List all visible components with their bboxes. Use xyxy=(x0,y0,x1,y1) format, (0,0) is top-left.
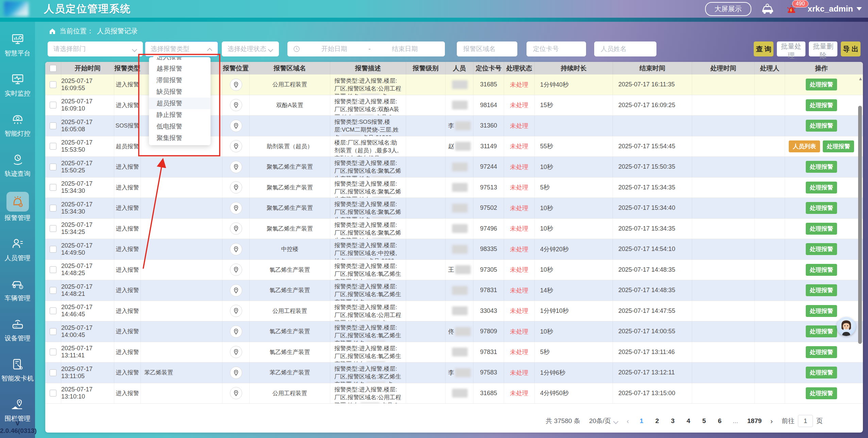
select-all-checkbox[interactable] xyxy=(50,65,56,72)
col-actions[interactable]: 操作 xyxy=(785,62,858,74)
location-pin-button[interactable] xyxy=(230,305,242,317)
row-checkbox[interactable] xyxy=(50,205,56,212)
row-checkbox[interactable] xyxy=(50,349,56,355)
handle-alarm-button[interactable]: 处理报警 xyxy=(806,325,837,337)
sidebar-item-realtime-monitor[interactable]: 实时监控 xyxy=(0,71,35,98)
dropdown-option[interactable]: 超员报警 xyxy=(149,98,211,109)
row-checkbox[interactable] xyxy=(50,102,56,108)
export-button[interactable]: 导 出 xyxy=(841,41,861,56)
dropdown-option[interactable]: 静止报警 xyxy=(149,109,211,121)
row-checkbox[interactable] xyxy=(50,307,56,314)
card-number-field[interactable] xyxy=(527,41,586,56)
handle-alarm-button[interactable]: 处理报警 xyxy=(806,161,837,173)
col-alarm-type[interactable]: 报警类型 xyxy=(114,62,141,74)
col-description[interactable]: 报警描述 xyxy=(330,62,406,74)
row-checkbox[interactable] xyxy=(50,287,56,294)
batch-delete-button[interactable]: 批量删除 xyxy=(809,41,837,56)
sidebar-item-alarm-management[interactable]: 报警管理 xyxy=(0,192,35,222)
col-duration[interactable]: 持续时长 xyxy=(535,62,613,74)
sidebar-item-vehicle-management[interactable]: 车辆管理 xyxy=(0,276,35,303)
location-pin-button[interactable] xyxy=(230,387,242,399)
col-start-time[interactable]: 开始时间 xyxy=(61,62,114,74)
page-ellipsis[interactable]: ... xyxy=(732,417,739,425)
location-pin-button[interactable] xyxy=(230,367,242,379)
scrollbar-up-arrow[interactable]: ▲ xyxy=(858,76,863,81)
handle-alarm-button[interactable]: 处理报警 xyxy=(806,223,837,235)
dropdown-option[interactable]: 缺员报警 xyxy=(149,86,211,98)
sidebar-item-fence-management[interactable]: 围栏管理 xyxy=(0,397,35,423)
handle-alarm-button[interactable]: 处理报警 xyxy=(823,140,854,152)
handle-alarm-button[interactable]: 处理报警 xyxy=(806,346,837,358)
location-pin-button[interactable] xyxy=(230,140,242,152)
table-scrollbar[interactable]: ▲ xyxy=(858,74,862,408)
location-pin-button[interactable] xyxy=(230,202,242,214)
row-checkbox[interactable] xyxy=(50,225,56,232)
page-number[interactable]: 2 xyxy=(653,417,661,425)
big-screen-button[interactable]: 大屏展示 xyxy=(705,2,751,16)
next-page-button[interactable]: › xyxy=(770,417,773,425)
alarm-notifications-icon[interactable]: 490 xyxy=(784,1,799,16)
col-person[interactable]: 人员 xyxy=(446,62,473,74)
handle-alarm-button[interactable]: 处理报警 xyxy=(806,284,837,296)
row-checkbox[interactable] xyxy=(50,266,56,273)
location-pin-button[interactable] xyxy=(230,79,242,91)
handle-alarm-button[interactable]: 处理报警 xyxy=(806,264,837,276)
location-pin-button[interactable] xyxy=(230,181,242,193)
page-size-select[interactable]: 20条/页 xyxy=(589,417,618,425)
page-number[interactable]: 3 xyxy=(669,417,677,425)
sidebar-item-card-dispenser[interactable]: 智能发卡机 xyxy=(0,356,35,383)
page-number[interactable]: 1879 xyxy=(747,417,762,425)
col-process-status[interactable]: 处理状态 xyxy=(504,62,535,74)
col-area-name[interactable]: 报警区域名 xyxy=(250,62,330,74)
col-process-time[interactable]: 处理时间 xyxy=(692,62,755,74)
dropdown-option[interactable]: 聚集报警 xyxy=(149,132,211,144)
row-checkbox[interactable] xyxy=(50,246,56,253)
location-pin-button[interactable] xyxy=(230,120,242,132)
row-checkbox[interactable] xyxy=(50,143,56,150)
col-alarm-position[interactable]: 报警位置 xyxy=(222,62,250,74)
location-pin-button[interactable] xyxy=(230,99,242,111)
person-name-input[interactable] xyxy=(600,45,651,53)
col-processor[interactable]: 处理人 xyxy=(755,62,785,74)
handle-alarm-button[interactable]: 处理报警 xyxy=(806,120,837,132)
row-checkbox[interactable] xyxy=(50,369,56,376)
person-name-field[interactable] xyxy=(594,41,656,56)
page-number[interactable]: 5 xyxy=(700,417,708,425)
location-pin-button[interactable] xyxy=(230,161,242,173)
row-checkbox[interactable] xyxy=(50,81,56,88)
handle-alarm-button[interactable]: 处理报警 xyxy=(806,243,837,255)
handle-alarm-button[interactable]: 处理报警 xyxy=(806,367,837,378)
department-select[interactable]: 请选择部门 xyxy=(48,41,143,56)
location-pin-button[interactable] xyxy=(230,243,242,255)
dropdown-option[interactable]: 越界报警 xyxy=(149,63,211,74)
sidebar-item-device-management[interactable]: 设备管理 xyxy=(0,316,35,343)
search-button[interactable]: 查 询 xyxy=(754,41,773,56)
dropdown-option[interactable]: 低电报警 xyxy=(149,121,211,132)
alarm-area-input[interactable] xyxy=(463,45,512,53)
sidebar-item-track-query[interactable]: 轨迹查询 xyxy=(0,152,35,178)
row-checkbox[interactable] xyxy=(50,184,56,191)
col-end-time[interactable]: 结束时间 xyxy=(613,62,692,74)
card-number-input[interactable] xyxy=(532,45,580,53)
handle-alarm-button[interactable]: 处理报警 xyxy=(806,99,837,111)
dropdown-option[interactable]: 进入报警 xyxy=(149,57,211,63)
assistant-avatar[interactable] xyxy=(837,317,856,336)
row-checkbox[interactable] xyxy=(50,390,56,397)
handle-alarm-button[interactable]: 处理报警 xyxy=(806,387,837,399)
sidebar-item-personnel-management[interactable]: 人员管理 xyxy=(0,236,35,263)
handle-alarm-button[interactable]: 处理报警 xyxy=(806,79,837,90)
prev-page-button[interactable]: ‹ xyxy=(627,417,629,425)
page-number[interactable]: 6 xyxy=(716,417,723,425)
row-checkbox[interactable] xyxy=(50,328,56,335)
location-pin-button[interactable] xyxy=(230,284,242,297)
handle-alarm-button[interactable]: 处理报警 xyxy=(806,305,837,317)
handle-alarm-button[interactable]: 处理报警 xyxy=(806,202,837,214)
location-pin-button[interactable] xyxy=(230,264,242,276)
scrollbar-thumb[interactable] xyxy=(858,106,862,344)
location-pin-button[interactable] xyxy=(230,222,242,235)
page-number[interactable]: 1 xyxy=(638,417,645,425)
location-pin-button[interactable] xyxy=(230,325,242,338)
col-card-number[interactable]: 定位卡号 xyxy=(473,62,504,74)
person-list-button[interactable]: 人员列表 xyxy=(789,140,820,152)
alarm-area-field[interactable] xyxy=(457,41,517,56)
